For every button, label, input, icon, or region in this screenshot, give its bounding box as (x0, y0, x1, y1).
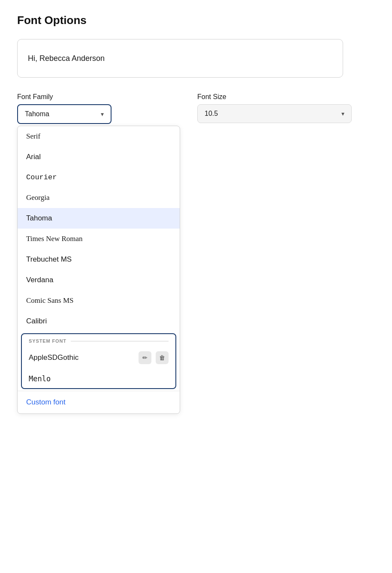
font-size-dropdown-trigger[interactable]: 10.5 ▾ (197, 104, 352, 123)
system-font-section: SYSTEM FONT AppleSDGothic ✏ 🗑 Menlo (21, 333, 176, 389)
menlo-label: Menlo (29, 374, 169, 383)
font-option-trebuchet[interactable]: Trebuchet MS (18, 249, 180, 270)
font-option-tahoma[interactable]: Tahoma (18, 208, 180, 229)
font-size-chevron-down-icon: ▾ (341, 110, 344, 117)
font-option-arial[interactable]: Arial (18, 147, 180, 167)
font-option-verdana[interactable]: Verdana (18, 270, 180, 290)
font-family-selected-value: Tahoma (25, 110, 49, 118)
font-option-times-new-roman[interactable]: Times New Roman (18, 229, 180, 249)
applesdgothic-label: AppleSDGothic (29, 353, 134, 362)
font-option-applesdgothic[interactable]: AppleSDGothic ✏ 🗑 (22, 346, 175, 369)
edit-icon: ✏ (142, 354, 148, 361)
system-font-section-label: SYSTEM FONT (22, 334, 175, 346)
font-option-calibri[interactable]: Calibri (18, 311, 180, 332)
font-family-dropdown-menu: Serif Arial Courier Georgia Tahoma Times… (17, 126, 180, 414)
font-family-group: Font Family Tahoma ▾ Serif Arial Courier… (17, 93, 180, 414)
font-option-serif[interactable]: Serif (18, 126, 180, 147)
delete-applesdgothic-button[interactable]: 🗑 (156, 351, 169, 364)
preview-box: Hi, Rebecca Anderson (17, 39, 343, 78)
font-option-comic-sans[interactable]: Comic Sans MS (18, 290, 180, 311)
custom-font-option[interactable]: Custom font (18, 391, 180, 413)
page-title: Font Options (17, 14, 375, 27)
font-size-group: Font Size 10.5 ▾ (197, 93, 352, 123)
controls-row: Font Family Tahoma ▾ Serif Arial Courier… (17, 93, 375, 414)
font-option-courier[interactable]: Courier (18, 167, 180, 187)
font-family-dropdown-wrapper: Tahoma ▾ Serif Arial Courier Georgia Tah… (17, 104, 180, 414)
font-option-georgia[interactable]: Georgia (18, 187, 180, 208)
preview-text: Hi, Rebecca Anderson (28, 54, 105, 63)
font-size-label: Font Size (197, 93, 352, 101)
font-size-selected-value: 10.5 (205, 110, 218, 118)
font-option-menlo[interactable]: Menlo (22, 369, 175, 388)
edit-applesdgothic-button[interactable]: ✏ (139, 351, 151, 364)
trash-icon: 🗑 (159, 354, 165, 361)
font-family-dropdown-trigger[interactable]: Tahoma ▾ (17, 104, 112, 124)
font-family-label: Font Family (17, 93, 180, 101)
chevron-down-icon: ▾ (101, 111, 104, 118)
